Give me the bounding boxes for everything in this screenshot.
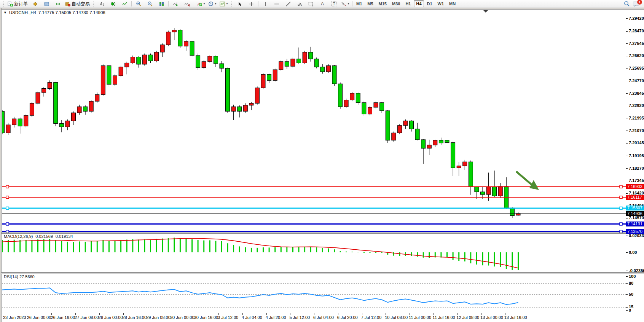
text-label-button[interactable]: T bbox=[328, 0, 340, 8]
fibo-lines-icon: E bbox=[297, 2, 303, 6]
timeframe-m1[interactable]: M1 bbox=[354, 0, 364, 7]
axis-tick bbox=[626, 18, 628, 19]
market-watch-icon bbox=[44, 2, 49, 6]
time-axis-label: 4 Jul 20:00 bbox=[266, 315, 286, 320]
tile-windows-icon bbox=[159, 2, 164, 6]
svg-text:F: F bbox=[312, 4, 314, 6]
price-axis-label: 7.21995 bbox=[629, 116, 644, 121]
horizontal-line-icon bbox=[274, 2, 279, 6]
vertical-line-button[interactable] bbox=[260, 0, 271, 8]
line-price-tag: 7.15307 bbox=[626, 206, 644, 210]
toolbar-separator bbox=[194, 1, 194, 6]
price-axis-label: 7.27545 bbox=[629, 41, 644, 46]
trendline-button[interactable] bbox=[282, 0, 294, 8]
axis-tick bbox=[626, 218, 628, 218]
arrows-button[interactable]: ▾ bbox=[340, 0, 351, 8]
axis-tick bbox=[626, 43, 628, 44]
timeframe-m5[interactable]: M5 bbox=[365, 0, 375, 7]
toolbar-separator bbox=[131, 1, 132, 6]
one-click-trading-toggle[interactable]: ▼ bbox=[3, 11, 7, 14]
cursor-button[interactable] bbox=[234, 0, 245, 8]
templates-button[interactable]: ▾ bbox=[218, 0, 230, 8]
profile-button[interactable] bbox=[29, 0, 41, 8]
candle-chart-button[interactable] bbox=[107, 0, 119, 8]
toolbar-grip bbox=[231, 2, 233, 6]
line-price-tag: 7.16117 bbox=[626, 195, 644, 200]
time-axis-label: 29 Jun 08:00 bbox=[146, 315, 171, 320]
axis-tick bbox=[626, 143, 628, 143]
horizontal-level-line[interactable] bbox=[2, 207, 626, 209]
fibo-grid-button[interactable]: F bbox=[305, 0, 317, 8]
auto-scroll-icon bbox=[173, 2, 178, 6]
letter-a-icon: A bbox=[321, 1, 324, 6]
auto-scroll-button[interactable] bbox=[170, 0, 181, 8]
new-order-label: 新订单 bbox=[14, 1, 28, 7]
line-price-tag: 7.16903 bbox=[626, 184, 644, 189]
timeframe-m15[interactable]: M15 bbox=[376, 0, 389, 7]
auto-trading-icon bbox=[65, 2, 70, 6]
svg-text:T: T bbox=[333, 2, 335, 6]
time-axis-tick bbox=[314, 313, 314, 315]
zoom-out-button[interactable] bbox=[144, 0, 156, 8]
timeframe-w1[interactable]: W1 bbox=[435, 0, 446, 7]
chart-title-row: ▼ USDCNH-,H4 7.14775 7.15005 7.14730 7.1… bbox=[3, 10, 105, 15]
gold-diamond-icon bbox=[33, 2, 38, 6]
rsi-canvas[interactable] bbox=[2, 273, 626, 313]
auto-trading-button[interactable]: 自动交易 bbox=[64, 0, 91, 8]
notifications-button[interactable]: 1 bbox=[633, 1, 639, 7]
chevron-down-icon: ▾ bbox=[203, 2, 205, 5]
toolbar-separator bbox=[258, 1, 258, 6]
axis-tick bbox=[626, 131, 628, 131]
chart-shift-button[interactable] bbox=[181, 0, 193, 8]
line-price-tag: 7.14131 bbox=[626, 222, 644, 226]
annotation-arrow[interactable] bbox=[517, 172, 539, 190]
horizontal-line-button[interactable] bbox=[271, 0, 282, 8]
chevron-down-icon: ▾ bbox=[215, 2, 216, 5]
tile-windows-button[interactable] bbox=[156, 0, 167, 8]
chart-shift-marker-icon bbox=[483, 10, 488, 13]
crosshair-icon bbox=[249, 2, 254, 6]
zoom-in-icon bbox=[136, 1, 141, 6]
line-chart-button[interactable] bbox=[119, 0, 130, 8]
price-axis-label: 7.25695 bbox=[629, 66, 644, 71]
toolbar-separator bbox=[168, 1, 169, 6]
new-order-button[interactable]: 新订单 bbox=[6, 0, 29, 8]
time-axis-tick bbox=[123, 313, 124, 315]
timeframe-m30[interactable]: M30 bbox=[390, 0, 402, 7]
time-axis-tick bbox=[195, 313, 195, 315]
axis-tick bbox=[626, 118, 628, 118]
search-icon[interactable] bbox=[624, 1, 630, 7]
zoom-in-button[interactable] bbox=[133, 0, 144, 8]
periods-button[interactable]: ▾ bbox=[207, 0, 218, 8]
time-axis-label: 11 Jul 00:00 bbox=[409, 315, 431, 320]
text-button[interactable]: A bbox=[317, 0, 328, 8]
dotted-grid-icon: F bbox=[308, 2, 314, 6]
time-axis-label: 4 Jul 04:00 bbox=[242, 315, 262, 320]
time-axis[interactable]: 23 Jun 202326 Jun 00:0026 Jun 16:0027 Ju… bbox=[2, 313, 626, 322]
macd-canvas[interactable] bbox=[2, 233, 626, 272]
horizontal-level-line[interactable] bbox=[2, 196, 626, 199]
crosshair-button[interactable] bbox=[245, 0, 257, 8]
notification-badge: 1 bbox=[637, 0, 642, 5]
axis-tick bbox=[626, 252, 628, 253]
time-axis-tick bbox=[51, 313, 52, 315]
fibo-button[interactable]: E bbox=[294, 0, 305, 8]
timeframe-d1[interactable]: D1 bbox=[425, 0, 435, 7]
market-watch-button[interactable] bbox=[41, 0, 52, 8]
bar-chart-button[interactable] bbox=[96, 0, 107, 8]
signal-button[interactable] bbox=[52, 0, 64, 8]
time-axis-tick bbox=[290, 313, 290, 315]
line-price-tag: 7.13570 bbox=[626, 229, 644, 234]
time-axis-label: 12 Jul 08:00 bbox=[456, 315, 479, 320]
axis-tick bbox=[626, 307, 628, 308]
horizontal-level-line[interactable] bbox=[2, 223, 626, 225]
indicators-button[interactable]: ▾ bbox=[195, 0, 207, 8]
time-axis-tick bbox=[338, 313, 338, 315]
pane-separator[interactable] bbox=[1, 233, 644, 234]
timeframe-h1[interactable]: H1 bbox=[403, 0, 413, 7]
pane-separator[interactable] bbox=[1, 272, 644, 274]
timeframe-mn[interactable]: MN bbox=[447, 0, 458, 7]
timeframe-h4[interactable]: H4 bbox=[414, 0, 424, 7]
time-axis-tick bbox=[457, 313, 457, 315]
price-chart-canvas[interactable] bbox=[2, 10, 626, 233]
